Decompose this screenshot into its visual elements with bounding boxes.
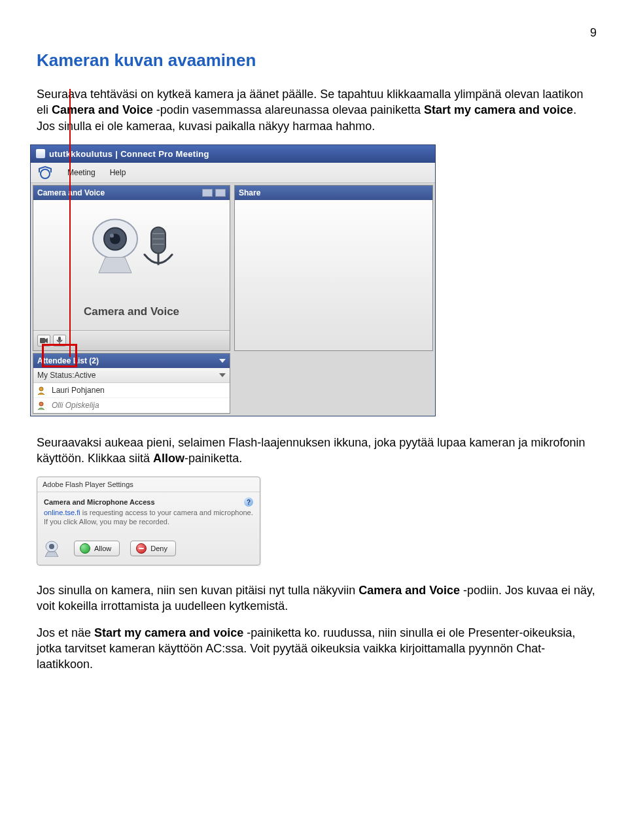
deny-dot-icon (136, 543, 147, 554)
my-status-row[interactable]: My Status:Active (33, 368, 230, 383)
svg-rect-10 (58, 337, 61, 341)
dialog-subtitle-row: Camera and Microphone Access ? (44, 497, 253, 507)
svg-point-12 (39, 387, 43, 391)
webcam-mic-illustration (79, 212, 184, 286)
menu-meeting[interactable]: Meeting (61, 165, 102, 180)
camera-and-voice-pod: Camera and Voice (33, 185, 230, 351)
svg-rect-5 (151, 227, 166, 253)
pod-body (235, 200, 432, 350)
screenshot-1: ututkkkoulutus | Connect Pro Meeting Mee… (30, 144, 449, 416)
text: Jos sinulla on kamera, niin sen kuvan pi… (37, 584, 358, 597)
brand-icon (36, 165, 54, 180)
middle-paragraph: Seuraavaksi aukeaa pieni, selaimen Flash… (37, 435, 597, 467)
callout-highlight-box (42, 344, 77, 367)
text: -podin vasemmassa alareunassa olevaa pai… (153, 103, 424, 116)
text-bold: Start my camera and voice (424, 103, 573, 116)
pod-title: Share (239, 188, 260, 197)
attendee-name: Olli Opiskelija (52, 401, 99, 410)
chevron-down-icon (219, 373, 226, 377)
dialog-body-text: online.tse.fi is requesting access to yo… (44, 509, 253, 527)
end-paragraph-1: Jos sinulla on kamera, niin sen kuvan pi… (37, 582, 597, 614)
chevron-down-icon[interactable] (219, 359, 226, 363)
participant-icon (37, 401, 48, 410)
end-paragraph-2: Jos et näe Start my camera and voice -pa… (37, 625, 597, 673)
webcam-icon (44, 540, 63, 557)
page-number: 9 (37, 26, 597, 40)
pod-caption: Camera and Voice (33, 305, 230, 318)
connect-pro-app: ututkkkoulutus | Connect Pro Meeting Mee… (30, 144, 436, 416)
text: Jos et näe (37, 626, 94, 639)
text-bold: Camera and Voice (358, 584, 460, 597)
share-pod: Share (234, 185, 433, 351)
pod-hide-icon[interactable] (215, 189, 226, 197)
list-item[interactable]: Lauri Pohjanen (33, 383, 230, 398)
text-bold: Allow (153, 452, 184, 465)
pod-header: Camera and Voice (33, 186, 230, 200)
allow-dot-icon (80, 543, 90, 554)
presenter-icon (37, 386, 48, 395)
deny-button[interactable]: Deny (130, 541, 176, 556)
pod-body: Camera and Voice (33, 200, 230, 330)
menu-bar: Meeting Help (31, 163, 435, 183)
window-titlebar: ututkkkoulutus | Connect Pro Meeting (31, 145, 435, 163)
help-icon[interactable]: ? (244, 497, 253, 507)
svg-point-0 (41, 169, 50, 178)
svg-point-13 (39, 402, 43, 406)
text: Seuraavaksi aukeaa pieni, selaimen Flash… (37, 436, 585, 465)
intro-paragraph: Seuraava tehtäväsi on kytkeä kamera ja ä… (37, 86, 597, 134)
dialog-subtitle: Camera and Microphone Access (44, 498, 155, 506)
pod-options-icon[interactable] (202, 189, 213, 197)
svg-point-15 (49, 544, 54, 549)
text: -painiketta. (184, 452, 242, 465)
app-icon (36, 149, 45, 158)
svg-point-4 (110, 233, 114, 237)
menu-help[interactable]: Help (103, 165, 133, 180)
text-bold: Camera and Voice (52, 103, 153, 116)
status-label: My Status:Active (37, 371, 96, 380)
attendee-list: Lauri Pohjanen Olli Opiskelija (33, 383, 230, 413)
window-title: ututkkkoulutus | Connect Pro Meeting (49, 149, 209, 159)
pod-header: Share (235, 186, 432, 200)
list-item[interactable]: Olli Opiskelija (33, 398, 230, 413)
attendee-name: Lauri Pohjanen (52, 386, 105, 395)
callout-line (69, 89, 71, 357)
camera-icon (40, 337, 48, 344)
button-label: Allow (94, 545, 111, 552)
pod-title: Camera and Voice (37, 188, 105, 197)
text-bold: Start my camera and voice (94, 626, 243, 639)
dialog-buttons: Allow Deny (44, 537, 253, 560)
dialog-title: Adobe Flash Player Settings (37, 477, 260, 492)
button-label: Deny (150, 545, 167, 552)
pod-header-controls (202, 189, 226, 197)
request-host-link: online.tse.fi (44, 509, 80, 516)
svg-rect-9 (40, 338, 45, 343)
allow-button[interactable]: Allow (74, 541, 120, 556)
page-title: Kameran kuvan avaaminen (37, 50, 597, 71)
flash-settings-dialog: Adobe Flash Player Settings Camera and M… (37, 477, 260, 565)
